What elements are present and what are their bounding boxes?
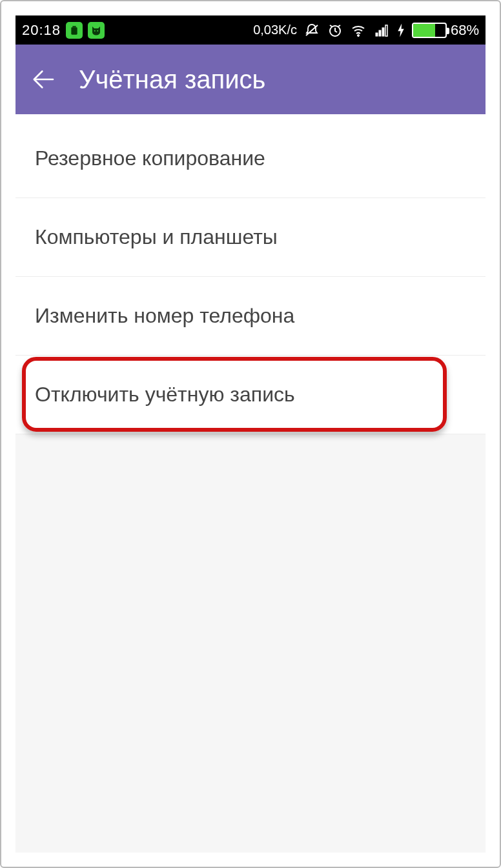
svg-point-6 bbox=[357, 34, 359, 36]
status-bar: 20:18 0,03K/c bbox=[15, 15, 486, 45]
battery-percent: 68% bbox=[451, 22, 479, 39]
svg-rect-0 bbox=[72, 26, 76, 27]
charging-icon bbox=[396, 23, 405, 38]
svg-point-3 bbox=[97, 30, 98, 31]
status-bar-time: 20:18 bbox=[22, 22, 61, 39]
page-title: Учётная запись bbox=[79, 65, 265, 94]
menu-item-label: Отключить учётную запись bbox=[35, 383, 295, 406]
battery-saver-icon bbox=[66, 22, 83, 39]
data-speed: 0,03K/c bbox=[253, 23, 297, 37]
svg-rect-9 bbox=[382, 28, 384, 36]
menu-item-label: Компьютеры и планшеты bbox=[35, 225, 278, 248]
battery-icon bbox=[412, 23, 447, 38]
svg-rect-10 bbox=[385, 25, 387, 36]
settings-list: Резервное копирование Компьютеры и планш… bbox=[15, 114, 486, 853]
battery-indicator: 68% bbox=[412, 22, 479, 39]
battery-fill bbox=[413, 24, 435, 37]
arrow-left-icon bbox=[30, 66, 56, 92]
app-notification-icon bbox=[88, 22, 105, 39]
svg-point-2 bbox=[94, 30, 96, 31]
back-button[interactable] bbox=[30, 66, 57, 93]
menu-item-label: Резервное копирование bbox=[35, 146, 265, 170]
screen: 20:18 0,03K/c bbox=[15, 15, 486, 853]
app-bar: Учётная запись bbox=[15, 45, 486, 114]
alarm-icon bbox=[327, 22, 343, 39]
menu-item-change-phone[interactable]: Изменить номер телефона bbox=[15, 277, 486, 356]
menu-item-backup[interactable]: Резервное копирование bbox=[15, 114, 486, 198]
menu-item-deactivate-account[interactable]: Отключить учётную запись bbox=[15, 356, 486, 434]
menu-item-label: Изменить номер телефона bbox=[35, 304, 294, 327]
dnd-icon bbox=[303, 22, 320, 39]
status-bar-left: 20:18 bbox=[22, 22, 105, 39]
svg-rect-7 bbox=[376, 33, 378, 36]
wifi-icon bbox=[350, 22, 367, 39]
svg-rect-8 bbox=[379, 30, 381, 36]
menu-item-desktops-tablets[interactable]: Компьютеры и планшеты bbox=[15, 198, 486, 277]
device-frame: 20:18 0,03K/c bbox=[0, 0, 501, 868]
signal-icon bbox=[373, 22, 390, 39]
status-bar-right: 0,03K/c bbox=[253, 22, 479, 39]
svg-rect-1 bbox=[71, 27, 77, 34]
